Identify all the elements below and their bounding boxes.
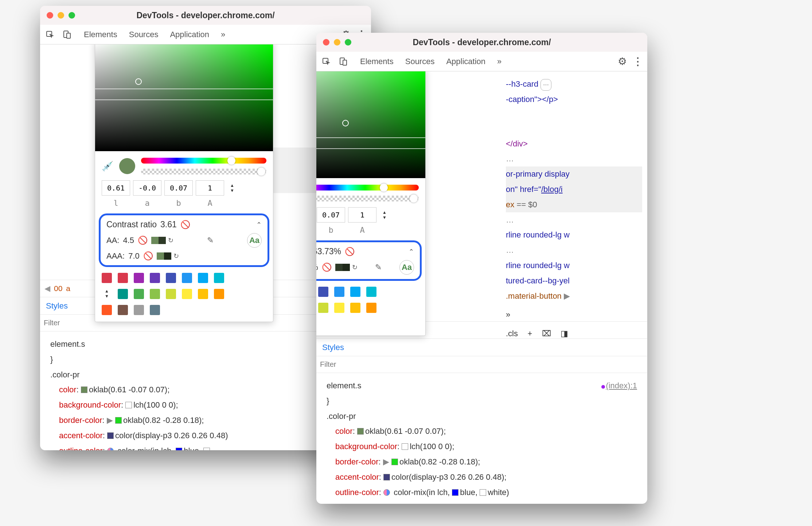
- format-switcher[interactable]: ▲▼: [230, 183, 234, 193]
- palette-swatch[interactable]: [214, 289, 224, 299]
- css-prop[interactable]: accent-color: [59, 431, 103, 440]
- css-prop[interactable]: background-color: [335, 442, 397, 451]
- css-prop[interactable]: border-color: [59, 416, 102, 425]
- palette-swatch[interactable]: [318, 303, 328, 313]
- palette-swatch[interactable]: [198, 273, 208, 283]
- reload-icon[interactable]: ↻: [173, 252, 179, 260]
- palette-swatch[interactable]: [214, 273, 224, 283]
- alpha-input[interactable]: [196, 180, 224, 196]
- tab-sources[interactable]: Sources: [129, 30, 159, 39]
- tabs-more[interactable]: »: [221, 30, 225, 39]
- palette-swatch[interactable]: [102, 273, 112, 283]
- palette-swatch[interactable]: [334, 287, 344, 297]
- color-swatch-icon[interactable]: [176, 448, 182, 450]
- palette-swatch[interactable]: [318, 287, 328, 297]
- css-value[interactable]: lch(100 0 0): [133, 400, 176, 409]
- color-swatch-icon[interactable]: [357, 428, 364, 435]
- css-prop[interactable]: accent-color: [335, 472, 379, 482]
- eyedropper-icon[interactable]: ✎: [375, 263, 382, 272]
- palette-swatch[interactable]: [182, 289, 192, 299]
- eyedropper-icon[interactable]: ✎: [207, 236, 214, 245]
- a-input[interactable]: [133, 180, 161, 196]
- palette-swatch[interactable]: [366, 287, 376, 297]
- tab-elements[interactable]: Elements: [360, 57, 394, 66]
- css-value[interactable]: blue,: [460, 488, 477, 497]
- color-swatch-icon[interactable]: [81, 386, 87, 393]
- css-value[interactable]: oklab(0.61 -0.07 0.07): [89, 385, 167, 394]
- palette-switcher[interactable]: ▲▼: [105, 289, 112, 299]
- b-input[interactable]: [317, 207, 345, 223]
- alpha-slider[interactable]: [141, 169, 266, 174]
- gear-icon[interactable]: ⚙: [618, 55, 627, 67]
- color-swatch-icon[interactable]: [125, 402, 132, 408]
- palette-swatch[interactable]: [118, 305, 128, 315]
- expand-badge[interactable]: ⋯: [540, 79, 551, 91]
- palette-swatch[interactable]: [366, 303, 376, 313]
- hue-slider[interactable]: [316, 185, 419, 191]
- alpha-slider[interactable]: [316, 196, 419, 201]
- tab-elements[interactable]: Elements: [84, 30, 117, 39]
- color-swatch-icon[interactable]: [480, 489, 486, 496]
- reload-icon[interactable]: ↻: [352, 263, 358, 271]
- palette-swatch[interactable]: [166, 273, 176, 283]
- dom-link[interactable]: /blog/i: [541, 185, 563, 194]
- palette-swatch[interactable]: [134, 289, 144, 299]
- color-mix-icon[interactable]: [383, 489, 390, 496]
- css-value[interactable]: color(display-p3 0.26 0.26 0.48): [391, 472, 504, 482]
- css-prop[interactable]: color: [335, 427, 353, 436]
- collapse-icon[interactable]: ⌃: [256, 221, 262, 229]
- tabs-overflow[interactable]: »: [506, 310, 510, 319]
- color-spectrum[interactable]: [95, 44, 273, 151]
- breadcrumb-item[interactable]: 00: [54, 284, 62, 293]
- palette-swatch[interactable]: [166, 289, 176, 299]
- palette-swatch[interactable]: [150, 273, 160, 283]
- palette-swatch[interactable]: [134, 305, 144, 315]
- css-value[interactable]: color(display-p3 0.26 0.26 0.48): [115, 431, 228, 440]
- color-swatch-icon[interactable]: [107, 432, 114, 439]
- palette-swatch[interactable]: [150, 289, 160, 299]
- tab-application[interactable]: Application: [446, 57, 485, 66]
- palette-swatch[interactable]: [182, 273, 192, 283]
- css-value[interactable]: color-mix(in lch,: [394, 488, 450, 497]
- tabs-more[interactable]: »: [497, 57, 501, 66]
- css-prop[interactable]: outline-color: [59, 446, 103, 450]
- styles-pane[interactable]: element.s(index):1 } .color-pr color: ok…: [321, 374, 642, 504]
- palette-swatch[interactable]: [350, 287, 360, 297]
- palette-swatch[interactable]: [350, 303, 360, 313]
- palette-swatch[interactable]: [134, 273, 144, 283]
- tab-sources[interactable]: Sources: [405, 57, 435, 66]
- source-link[interactable]: (index):1: [601, 378, 637, 393]
- tab-styles[interactable]: Styles: [322, 343, 344, 352]
- color-swatch-icon[interactable]: [203, 448, 210, 450]
- color-swatch-icon[interactable]: [383, 474, 390, 480]
- css-value[interactable]: white): [488, 488, 509, 497]
- css-prop[interactable]: color: [59, 385, 77, 394]
- filter-input[interactable]: [320, 360, 644, 369]
- b-input[interactable]: [164, 180, 193, 196]
- color-swatch-icon[interactable]: [115, 417, 122, 424]
- palette-swatch[interactable]: [118, 289, 128, 299]
- css-value[interactable]: oklab(0.82 -0.28 0.18): [123, 416, 202, 425]
- l-input[interactable]: [102, 180, 130, 196]
- spectrum-handle[interactable]: [135, 78, 142, 85]
- css-prop[interactable]: border-color: [335, 457, 379, 466]
- breadcrumb-left[interactable]: ◀: [44, 284, 50, 293]
- swatch-pair-icon[interactable]: [335, 264, 350, 271]
- hue-slider[interactable]: [141, 158, 266, 164]
- tab-application[interactable]: Application: [170, 30, 209, 39]
- device-icon[interactable]: [337, 56, 348, 67]
- inspect-icon[interactable]: [321, 56, 332, 67]
- breadcrumb-item[interactable]: a: [66, 284, 70, 293]
- device-icon[interactable]: [61, 29, 72, 40]
- inspect-icon[interactable]: [44, 29, 55, 40]
- css-value[interactable]: oklab(0.61 -0.07 0.07): [365, 427, 444, 436]
- color-mix-icon[interactable]: [107, 448, 114, 450]
- eyedropper-icon[interactable]: 💉: [102, 161, 113, 172]
- reload-icon[interactable]: ↻: [168, 236, 173, 244]
- css-prop[interactable]: outline-color: [335, 488, 379, 497]
- color-swatch-icon[interactable]: [452, 489, 458, 496]
- palette-swatch[interactable]: [150, 305, 160, 315]
- format-switcher[interactable]: ▲▼: [382, 210, 387, 220]
- swatch-pair-icon[interactable]: [157, 252, 171, 260]
- palette-swatch[interactable]: [118, 273, 128, 283]
